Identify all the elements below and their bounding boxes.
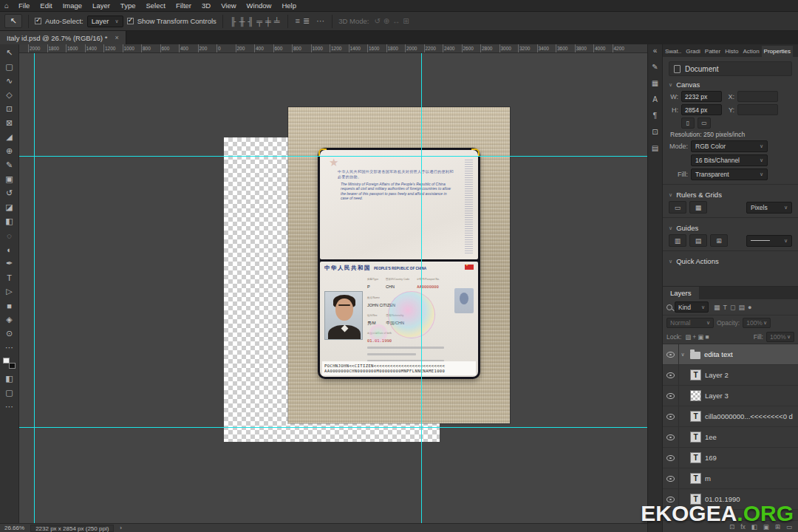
distribute-icon[interactable]: ≣ xyxy=(301,16,311,26)
marquee-tool[interactable]: ▢ xyxy=(1,60,18,74)
foreground-color-swatch[interactable] xyxy=(3,358,10,364)
auto-select-dropdown[interactable]: Layer ∨ xyxy=(87,16,123,27)
y-input[interactable] xyxy=(737,104,778,115)
toggle-guides-button[interactable]: ▥ xyxy=(669,234,686,247)
show-transform-checkbox[interactable] xyxy=(127,18,134,24)
frame-tool[interactable]: ⊠ xyxy=(1,116,18,130)
gradient-tool[interactable]: ◧ xyxy=(1,214,18,228)
visibility-toggle[interactable] xyxy=(663,406,679,426)
visibility-toggle[interactable] xyxy=(663,386,679,406)
visibility-toggle[interactable] xyxy=(663,365,679,385)
filter-kind-dropdown[interactable]: Kind ∨ xyxy=(675,301,709,313)
lock-icon[interactable]: ▨ xyxy=(684,333,692,341)
menu-item[interactable]: Filter xyxy=(171,0,197,11)
lock-icon[interactable]: ■ xyxy=(704,333,709,341)
panel-tab[interactable]: Histo xyxy=(723,46,740,57)
blend-mode-dropdown[interactable]: Normal ∨ xyxy=(666,318,714,328)
eyedropper-tool[interactable]: ◢ xyxy=(1,130,18,144)
group-expander-icon[interactable] xyxy=(679,352,686,358)
current-tool-icon[interactable]: ↖ xyxy=(4,14,22,28)
layer-row[interactable]: m xyxy=(663,468,798,489)
toolbar-bottom-icon[interactable]: ◧ xyxy=(1,372,18,386)
swatches-panel-icon[interactable]: ▦ xyxy=(652,79,658,87)
width-input[interactable]: 2232 px xyxy=(681,91,722,102)
visibility-toggle[interactable] xyxy=(663,427,679,447)
status-chevron-icon[interactable]: › xyxy=(120,525,122,531)
layer-filter-icon[interactable]: ▤ xyxy=(737,304,747,311)
paragraph-panel-icon[interactable]: ¶ xyxy=(653,112,657,120)
landscape-orientation-button[interactable]: ▭ xyxy=(698,117,711,129)
portrait-orientation-button[interactable]: ▯ xyxy=(681,117,695,129)
foreground-background-swatches[interactable] xyxy=(3,358,16,369)
quick-selection-tool[interactable]: ◇ xyxy=(1,88,18,102)
fabric-background-image[interactable]: ★ 中华人民共和国外交部请各国军政机关对持照人予以通行的便利和必要的协助。 Th… xyxy=(288,107,510,423)
more-options-button[interactable]: ⋯ xyxy=(315,16,326,26)
menu-item[interactable]: Help xyxy=(276,0,301,11)
x-input[interactable] xyxy=(737,91,778,102)
background-color-swatch[interactable] xyxy=(9,363,16,369)
history-brush-tool[interactable]: ↺ xyxy=(1,186,18,200)
brush-settings-icon[interactable]: ✎ xyxy=(652,63,658,71)
dodge-tool[interactable]: ◐ xyxy=(1,242,18,256)
menu-item[interactable]: 3D xyxy=(197,0,216,11)
panel-tab[interactable]: Gradi xyxy=(683,46,703,57)
document-tab[interactable]: Italy id.psd @ 26.7% (RGB/16) * × xyxy=(0,31,126,44)
menu-item[interactable]: Select xyxy=(140,0,170,11)
pen-tool[interactable]: ✒ xyxy=(1,256,18,270)
panel-tab[interactable]: Patter xyxy=(703,46,723,57)
menu-item[interactable]: Type xyxy=(115,0,141,11)
passport-document[interactable]: ★ 中华人民共和国外交部请各国军政机关对持照人予以通行的便利和必要的协助。 Th… xyxy=(318,148,480,379)
layer-fill-input[interactable]: 100% ∨ xyxy=(766,332,794,342)
align-icon[interactable]: ╟ xyxy=(229,17,238,26)
guide-style-dropdown[interactable]: ∨ xyxy=(746,235,792,247)
libraries-panel-icon[interactable]: ▤ xyxy=(652,144,658,152)
home-icon[interactable]: ⌂ xyxy=(0,1,13,10)
toggle-rulers-button[interactable]: ▭ xyxy=(669,201,686,214)
panel-tab[interactable]: Action xyxy=(740,46,761,57)
crop-tool[interactable]: ⊡ xyxy=(1,102,18,116)
menu-item[interactable]: File xyxy=(13,0,35,11)
align-icon[interactable]: ╪ xyxy=(264,17,273,26)
visibility-toggle[interactable] xyxy=(663,344,679,364)
layer-row[interactable]: edita text xyxy=(663,344,798,365)
lasso-tool[interactable]: ∿ xyxy=(1,74,18,88)
guides-section-header[interactable]: ∨ Guides xyxy=(669,224,792,232)
bit-depth-dropdown[interactable]: 16 Bits/Channel ∨ xyxy=(691,154,768,166)
zoom-level[interactable]: 26.66% xyxy=(4,525,24,531)
units-dropdown[interactable]: Pixels ∨ xyxy=(746,202,792,214)
type-tool[interactable]: T xyxy=(1,270,18,284)
guide-vertical[interactable] xyxy=(34,53,35,523)
height-input[interactable]: 2854 px xyxy=(681,104,722,115)
visibility-toggle[interactable] xyxy=(663,448,679,468)
menu-item[interactable]: Edit xyxy=(35,0,57,11)
layer-row[interactable]: Layer 3 xyxy=(663,386,798,406)
lock-guides-button[interactable]: ▤ xyxy=(689,234,707,247)
fill-dropdown[interactable]: Transparent ∨ xyxy=(691,168,768,180)
brush-tool[interactable]: ✎ xyxy=(1,158,18,172)
menu-item[interactable]: Image xyxy=(58,0,87,11)
more-tools[interactable]: ⋯ xyxy=(1,341,18,355)
color-mode-dropdown[interactable]: RGB Color ∨ xyxy=(691,140,768,152)
collapse-panels-icon[interactable]: « xyxy=(653,47,658,55)
zoom-tool[interactable]: ⊙ xyxy=(1,327,18,341)
quick-actions-section-header[interactable]: ∨ Quick Actions xyxy=(669,257,792,265)
layer-filter-icon[interactable]: ◻ xyxy=(729,304,737,311)
rulers-grids-section-header[interactable]: ∨ Rulers & Grids xyxy=(669,191,792,199)
healing-brush-tool[interactable]: ⊕ xyxy=(1,144,18,158)
layer-filter-icon[interactable]: T xyxy=(722,304,729,311)
lock-icon[interactable]: ▣ xyxy=(697,333,704,341)
move-tool[interactable]: ↖ xyxy=(1,46,18,60)
panel-tab[interactable]: Properties xyxy=(762,46,793,57)
toolbar-bottom-icon[interactable]: ⋯ xyxy=(1,400,18,414)
clear-guides-button[interactable]: ⊞ xyxy=(710,234,728,247)
guide-horizontal[interactable] xyxy=(19,427,647,428)
guide-horizontal[interactable] xyxy=(19,156,647,157)
clone-stamp-tool[interactable]: ▣ xyxy=(1,172,18,186)
lock-icon[interactable]: + xyxy=(692,333,697,341)
menu-item[interactable]: Window xyxy=(242,0,277,11)
menu-item[interactable]: View xyxy=(216,0,241,11)
auto-select-checkbox[interactable] xyxy=(35,18,41,24)
hand-tool[interactable]: ◈ xyxy=(1,313,18,327)
blur-tool[interactable]: ◌ xyxy=(1,228,18,242)
toolbar-bottom-icon[interactable]: ▢ xyxy=(1,386,18,400)
